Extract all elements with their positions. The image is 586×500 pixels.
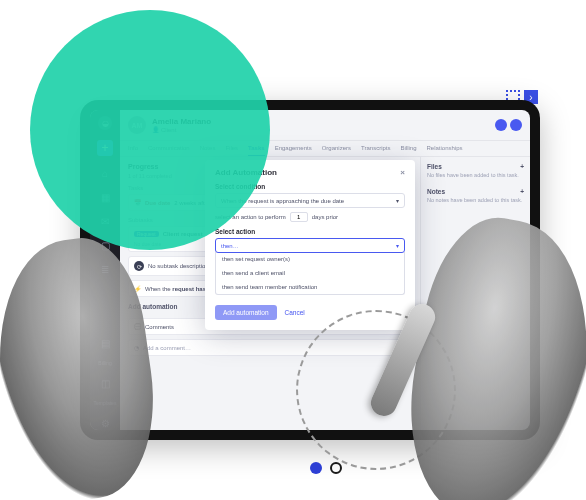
notes-empty: No notes have been added to this task. xyxy=(427,197,524,203)
decor-teal-circle xyxy=(30,10,270,250)
tab-engagements[interactable]: Engagements xyxy=(275,141,312,156)
files-empty: No files have been added to this task. xyxy=(427,172,524,178)
add-note-icon[interactable]: + xyxy=(520,188,524,195)
decor-black-ring xyxy=(330,462,342,474)
header-action-2[interactable] xyxy=(510,119,522,131)
header-action-1[interactable] xyxy=(495,119,507,131)
close-icon[interactable]: × xyxy=(400,168,405,177)
tab-organizers[interactable]: Organizers xyxy=(322,141,351,156)
add-file-icon[interactable]: + xyxy=(520,163,524,170)
action-option-client-email[interactable]: then send a client email xyxy=(216,266,404,280)
notes-heading: Notes+ xyxy=(427,188,524,195)
action-value: then… xyxy=(221,243,239,249)
automation-icon: ⟳ xyxy=(134,261,144,271)
cancel-button[interactable]: Cancel xyxy=(285,309,305,316)
tab-billing[interactable]: Billing xyxy=(400,141,416,156)
header-actions xyxy=(495,119,522,131)
action-select[interactable]: then… ▾ xyxy=(215,238,405,253)
files-heading: Files+ xyxy=(427,163,524,170)
chevron-down-icon: ▾ xyxy=(396,197,399,204)
action-option-owners[interactable]: then set request owner(s) xyxy=(216,252,404,266)
comments-label: Comments xyxy=(145,324,174,330)
tab-transcripts[interactable]: Transcripts xyxy=(361,141,390,156)
subtask-empty-text: No subtask description xyxy=(148,263,209,269)
decor-blue-dot xyxy=(310,462,322,474)
days-input[interactable] xyxy=(290,212,308,222)
comment-input-row[interactable]: ◔ Add a comment… xyxy=(128,339,412,356)
action-dropdown: then set request owner(s) then send a cl… xyxy=(215,252,405,295)
modal-actions: Add automation Cancel xyxy=(215,305,405,320)
inline-suffix: days prior xyxy=(312,214,338,220)
chevron-down-icon: ▾ xyxy=(396,242,399,249)
tab-relationships[interactable]: Relationships xyxy=(426,141,462,156)
comment-placeholder: Add a comment… xyxy=(143,345,191,351)
add-automation-button[interactable]: Add automation xyxy=(215,305,277,320)
action-label: Select action xyxy=(215,228,405,235)
action-option-team-notify[interactable]: then send team member notification xyxy=(216,280,404,294)
days-prior-row: select an action to perform days prior xyxy=(215,212,405,222)
